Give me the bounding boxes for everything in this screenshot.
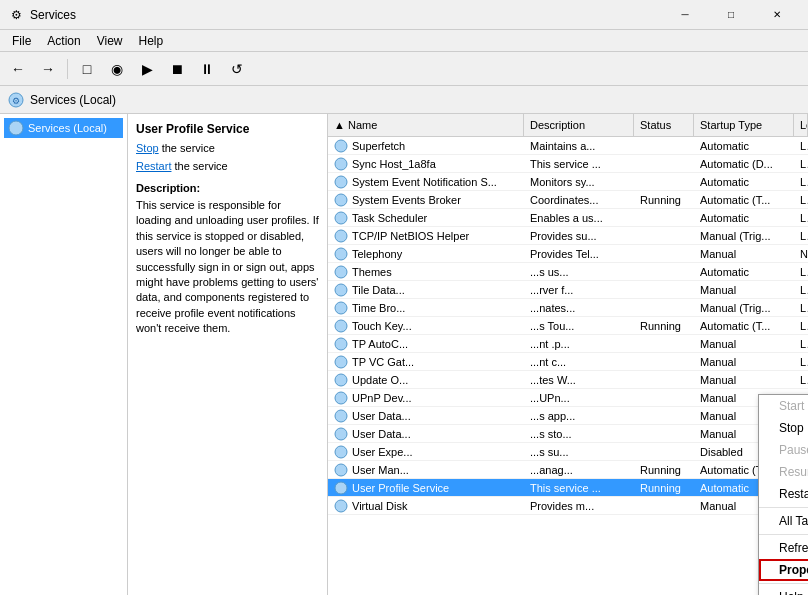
col-status[interactable]: Status	[634, 114, 694, 136]
table-row[interactable]: Themes...s us...AutomaticLoc	[328, 263, 808, 281]
show-hide-btn[interactable]: □	[73, 56, 101, 82]
minimize-button[interactable]: ─	[662, 0, 708, 30]
table-row[interactable]: Touch Key......s Tou...RunningAutomatic …	[328, 317, 808, 335]
menu-item-view[interactable]: View	[89, 32, 131, 50]
service-log-cell: Loc	[794, 175, 808, 189]
service-name-text: Time Bro...	[352, 302, 405, 314]
table-row[interactable]: TCP/IP NetBIOS HelperProvides su...Manua…	[328, 227, 808, 245]
service-status-cell	[634, 433, 694, 435]
menu-bar: FileActionViewHelp	[0, 30, 808, 52]
service-name-text: TP VC Gat...	[352, 356, 414, 368]
svg-point-12	[335, 302, 347, 314]
start-service-btn[interactable]: ▶	[133, 56, 161, 82]
table-row[interactable]: TelephonyProvides Tel...ManualNet	[328, 245, 808, 263]
service-name-text: Virtual Disk	[352, 500, 407, 512]
svg-point-4	[335, 158, 347, 170]
service-name-text: System Events Broker	[352, 194, 461, 206]
service-icon	[334, 373, 348, 387]
context-menu-item-resume: Resume	[759, 461, 808, 483]
service-icon	[334, 427, 348, 441]
context-menu-label: Pause	[779, 443, 808, 457]
service-name-cell: User Profile Service	[328, 480, 524, 496]
context-menu-item-pause: Pause	[759, 439, 808, 461]
service-status-cell	[634, 271, 694, 273]
table-row[interactable]: User Data......s app...ManualLoc	[328, 407, 808, 425]
table-row[interactable]: TP VC Gat......nt c...ManualLoc	[328, 353, 808, 371]
back-button[interactable]: ←	[4, 56, 32, 82]
service-icon	[334, 391, 348, 405]
service-startup-cell: Manual	[694, 283, 794, 297]
svg-point-6	[335, 194, 347, 206]
table-row[interactable]: User Profile ServiceThis service ...Runn…	[328, 479, 808, 497]
restart-suffix: the service	[171, 160, 227, 172]
table-row[interactable]: Virtual DiskProvides m...ManualLoc	[328, 497, 808, 515]
svg-point-18	[335, 410, 347, 422]
window-title: Services	[30, 8, 662, 22]
toolbar: ←→□◉▶⏹⏸↺	[0, 52, 808, 86]
service-startup-cell: Manual	[694, 247, 794, 261]
service-desc-cell: Coordinates...	[524, 193, 634, 207]
table-row[interactable]: User Data......s sto...ManualLoc	[328, 425, 808, 443]
maximize-button[interactable]: □	[708, 0, 754, 30]
context-menu-item-properties[interactable]: Properties	[759, 559, 808, 581]
table-row[interactable]: Time Bro......nates...Manual (Trig...Loc	[328, 299, 808, 317]
title-bar: ⚙ Services ─ □ ✕	[0, 0, 808, 30]
menu-item-help[interactable]: Help	[131, 32, 172, 50]
forward-button[interactable]: →	[34, 56, 62, 82]
menu-item-action[interactable]: Action	[39, 32, 88, 50]
service-startup-cell: Automatic	[694, 139, 794, 153]
table-row[interactable]: User Expe......s su...DisabledLoc	[328, 443, 808, 461]
service-desc-cell: ...s us...	[524, 265, 634, 279]
service-startup-cell: Automatic (T...	[694, 193, 794, 207]
table-row[interactable]: System Events BrokerCoordinates...Runnin…	[328, 191, 808, 209]
service-desc-cell: ...nt .p...	[524, 337, 634, 351]
table-row[interactable]: Update O......tes W...ManualLoc	[328, 371, 808, 389]
tree-icon	[8, 120, 24, 136]
table-row[interactable]: Task SchedulerEnables a us...AutomaticLo…	[328, 209, 808, 227]
stop-link[interactable]: Stop	[136, 142, 159, 154]
service-name-cell: TP VC Gat...	[328, 354, 524, 370]
address-icon: ⚙	[8, 92, 24, 108]
col-name[interactable]: ▲ Name	[328, 114, 524, 136]
service-status-cell	[634, 217, 694, 219]
table-row[interactable]: System Event Notification S...Monitors s…	[328, 173, 808, 191]
svg-point-15	[335, 356, 347, 368]
table-row[interactable]: Tile Data......rver f...ManualLoc	[328, 281, 808, 299]
desc-panel: User Profile Service Stop the service Re…	[128, 114, 328, 595]
menu-item-file[interactable]: File	[4, 32, 39, 50]
tree-item-services-local[interactable]: Services (Local)	[4, 118, 123, 138]
stop-service-btn[interactable]: ⏹	[163, 56, 191, 82]
service-status-cell	[634, 289, 694, 291]
service-name-text: User Man...	[352, 464, 409, 476]
close-button[interactable]: ✕	[754, 0, 800, 30]
col-log[interactable]: Log	[794, 114, 808, 136]
context-menu-item-all-tasks[interactable]: All Tasks▶	[759, 510, 808, 532]
service-status-cell: Running	[634, 193, 694, 207]
restart-link[interactable]: Restart	[136, 160, 171, 172]
restart-service-btn[interactable]: ↺	[223, 56, 251, 82]
context-menu-item-help[interactable]: Help	[759, 586, 808, 595]
table-row[interactable]: UPnP Dev......UPn...ManualLoc	[328, 389, 808, 407]
svg-point-11	[335, 284, 347, 296]
service-name-text: User Expe...	[352, 446, 413, 458]
service-icon	[334, 175, 348, 189]
context-menu-item-stop[interactable]: Stop	[759, 417, 808, 439]
svg-point-21	[335, 464, 347, 476]
table-row[interactable]: Sync Host_1a8faThis service ...Automatic…	[328, 155, 808, 173]
service-icon	[334, 283, 348, 297]
service-status-cell	[634, 145, 694, 147]
service-name-text: User Data...	[352, 410, 411, 422]
properties-btn[interactable]: ◉	[103, 56, 131, 82]
service-startup-cell: Manual (Trig...	[694, 301, 794, 315]
table-row[interactable]: TP AutoC......nt .p...ManualLoc	[328, 335, 808, 353]
address-bar: ⚙ Services (Local)	[0, 86, 808, 114]
pause-service-btn[interactable]: ⏸	[193, 56, 221, 82]
svg-point-16	[335, 374, 347, 386]
col-startup-type[interactable]: Startup Type	[694, 114, 794, 136]
context-menu-item-restart[interactable]: Restart	[759, 483, 808, 505]
service-status-cell	[634, 163, 694, 165]
table-row[interactable]: User Man......anag...RunningAutomatic (T…	[328, 461, 808, 479]
table-row[interactable]: SuperfetchMaintains a...AutomaticLoc	[328, 137, 808, 155]
context-menu-item-refresh[interactable]: Refresh	[759, 537, 808, 559]
col-description[interactable]: Description	[524, 114, 634, 136]
